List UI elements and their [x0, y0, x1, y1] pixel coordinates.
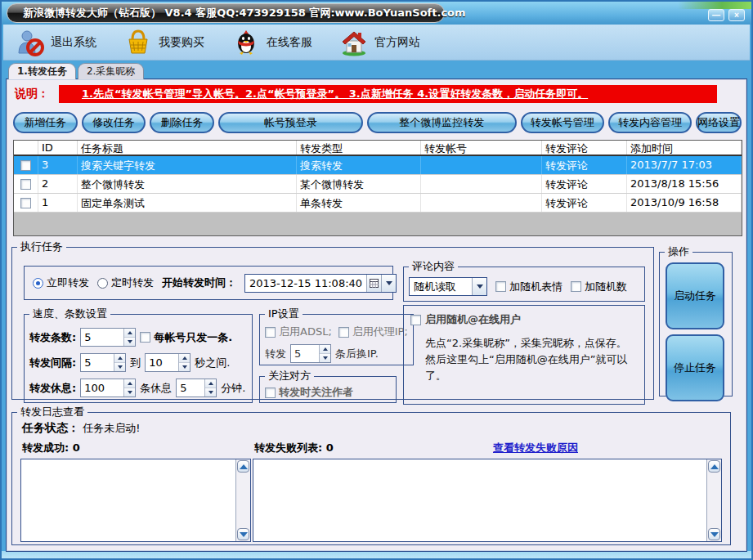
toolbar-label: 退出系统: [51, 35, 96, 50]
fail-log-list[interactable]: [253, 459, 722, 542]
forward-count-label: 转发条数:: [29, 330, 76, 345]
spin-down-icon[interactable]: [114, 363, 125, 371]
operation-legend: 操作: [665, 244, 692, 259]
interval-to-stepper[interactable]: 10: [145, 353, 190, 372]
start-time-picker[interactable]: 2013-12-15 11:08:40: [244, 274, 397, 293]
scroll-down-icon[interactable]: [708, 528, 720, 540]
forward-fail-count: 转发失败列表: 0: [254, 441, 334, 455]
spin-down-icon[interactable]: [205, 388, 216, 396]
speed-settings-legend: 速度、条数设置: [29, 307, 110, 321]
comment-source-dropdown[interactable]: 随机读取: [409, 277, 487, 296]
forward-rest-label: 转发休息:: [29, 381, 76, 396]
radio-immediate-forward[interactable]: 立即转发: [33, 276, 89, 290]
delete-task-button[interactable]: 删除任务: [150, 112, 214, 133]
success-log-content: [21, 459, 235, 541]
column-header[interactable]: 转发评论: [542, 141, 627, 155]
checkbox-random-number[interactable]: 加随机数: [571, 280, 627, 294]
spin-down-icon[interactable]: [320, 354, 330, 362]
column-header-checkbox: [14, 141, 38, 155]
rest-minutes-stepper[interactable]: 5: [176, 379, 217, 397]
success-log-list[interactable]: [20, 459, 251, 542]
spin-up-icon[interactable]: [114, 354, 125, 363]
spin-down-icon[interactable]: [124, 338, 135, 346]
calendar-icon[interactable]: [366, 275, 381, 292]
dropdown-arrow-button[interactable]: [472, 278, 486, 295]
scroll-up-icon[interactable]: [237, 460, 249, 473]
checkbox-random-emoji[interactable]: 加随机表情: [495, 280, 563, 294]
view-fail-reason-link[interactable]: 查看转发失败原因: [493, 441, 578, 455]
table-row[interactable]: 2 整个微博转发 某个微博转发 转发评论 2013/8/18 15:56: [14, 175, 742, 194]
tab-collect-nickname[interactable]: 2.采集昵称: [78, 63, 144, 79]
chevron-down-icon: [477, 284, 483, 289]
spin-down-icon[interactable]: [179, 363, 190, 371]
execute-task-group: 执行任务 立即转发 定时转发 开始转发时间： 2013-12-15 11:08:…: [11, 240, 654, 400]
spin-up-icon[interactable]: [124, 379, 135, 388]
forward-count-stepper[interactable]: 5: [80, 328, 136, 347]
toolbar: 退出系统 我要购买 在线客服: [3, 25, 750, 60]
cell-account: [421, 194, 542, 212]
column-header[interactable]: 转发帐号: [421, 141, 542, 155]
toolbar-item-exit[interactable]: 退出系统: [16, 29, 96, 56]
checkbox-random-at-online-users[interactable]: 启用随机@在线用户: [410, 312, 638, 327]
cell-id: 3: [38, 156, 78, 174]
fail-log-scrollbar[interactable]: [706, 459, 721, 541]
radio-icon: [33, 278, 43, 289]
timing-box: 立即转发 定时转发 开始转发时间： 2013-12-15 11:08:40: [24, 266, 393, 300]
radio-scheduled-forward[interactable]: 定时转发: [97, 276, 154, 290]
row-checkbox[interactable]: [20, 179, 31, 190]
checkbox-follow-author[interactable]: 转发时关注作者: [265, 385, 391, 400]
close-button[interactable]: ×: [728, 9, 745, 21]
stop-task-button[interactable]: 停止任务: [666, 334, 724, 401]
ip-change-suffix-label: 条后换IP.: [335, 347, 379, 361]
app-window: 新浪微博转发大师（钻石版） V8.4 客服QQ:473929158 官网:www…: [0, 0, 753, 560]
task-status-value: 任务未启动!: [83, 422, 140, 434]
datepicker-dropdown-button[interactable]: [381, 275, 396, 292]
success-log-scrollbar[interactable]: [235, 459, 250, 541]
random-at-users-box: 启用随机@在线用户 先点“2.采集昵称”，采集完昵称，点保存。然后这里勾上“启用…: [403, 305, 645, 405]
spin-up-icon[interactable]: [205, 379, 216, 388]
monitor-forward-button[interactable]: 整个微博监控转发: [367, 112, 517, 133]
chevron-down-icon: [386, 281, 392, 285]
toolbar-item-buy[interactable]: 我要购买: [124, 29, 204, 56]
checkbox-enable-adsl[interactable]: 启用ADSL;: [265, 325, 332, 339]
column-header[interactable]: 添加时间: [627, 141, 742, 155]
forward-content-mgmt-button[interactable]: 转发内容管理: [608, 112, 692, 133]
checkbox-enable-proxy[interactable]: 启用代理IP;: [338, 325, 408, 339]
table-row[interactable]: 1 固定单条测试 单条转发 转发评论 2013/10/9 16:58: [14, 194, 742, 213]
window-title: 新浪微博转发大师（钻石版） V8.4 客服QQ:473929158 官网:www…: [23, 6, 466, 20]
start-task-button[interactable]: 启动任务: [666, 262, 724, 329]
scroll-down-icon[interactable]: [237, 528, 249, 540]
account-prelogin-button[interactable]: 帐号预登录: [218, 112, 363, 133]
operation-group: 操作 启动任务 停止任务: [659, 244, 733, 396]
tab-forward-task[interactable]: 1.转发任务: [8, 63, 76, 79]
ip-change-stepper[interactable]: 5: [290, 344, 331, 363]
scroll-up-icon[interactable]: [708, 460, 720, 473]
add-task-button[interactable]: 新增任务: [13, 112, 78, 133]
column-header[interactable]: 转发类型: [297, 141, 421, 155]
table-row[interactable]: 3 搜索关键字转发 搜索转发 转发评论 2013/7/7 17:03: [14, 156, 742, 175]
start-time-value[interactable]: 2013-12-15 11:08:40: [245, 277, 366, 289]
toolbar-item-service[interactable]: 在线客服: [232, 29, 312, 56]
minutes-label: 分钟.: [221, 381, 245, 396]
modify-task-button[interactable]: 修改任务: [82, 112, 146, 133]
network-settings-button[interactable]: 网络设置: [696, 112, 742, 133]
spin-down-icon[interactable]: [124, 388, 135, 396]
action-button-row: 新增任务 修改任务 删除任务 帐号预登录 整个微博监控转发 转发帐号管理 转发内…: [13, 112, 742, 133]
forward-account-mgmt-button[interactable]: 转发帐号管理: [521, 112, 604, 133]
spin-up-icon[interactable]: [179, 354, 190, 363]
title-bar: 新浪微博转发大师（钻石版） V8.4 客服QQ:473929158 官网:www…: [2, 2, 751, 25]
checkbox-one-per-account[interactable]: 每帐号只发一条.: [140, 330, 232, 345]
checkbox-icon: [265, 327, 276, 338]
row-checkbox[interactable]: [20, 160, 31, 171]
minimize-button[interactable]: —: [708, 9, 724, 21]
fail-log-content: [253, 459, 706, 541]
toolbar-item-website[interactable]: 官方网站: [340, 29, 420, 56]
column-header[interactable]: ID: [38, 141, 78, 155]
spin-up-icon[interactable]: [320, 345, 330, 354]
rest-count-stepper[interactable]: 100: [80, 379, 136, 397]
column-header[interactable]: 任务标题: [78, 141, 297, 155]
spin-up-icon[interactable]: [124, 329, 135, 338]
row-checkbox[interactable]: [20, 198, 31, 208]
interval-from-stepper[interactable]: 5: [80, 353, 126, 372]
to-label: 到: [130, 356, 141, 370]
